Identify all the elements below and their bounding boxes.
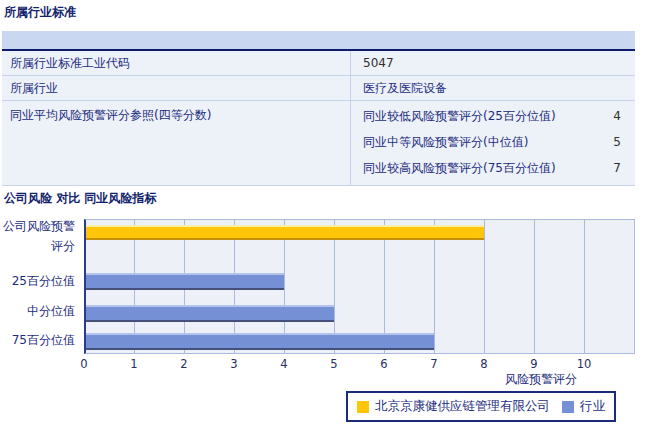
- row-label-sic-code: 所属行业标准工业代码: [2, 55, 350, 72]
- sub-row-value: 7: [613, 161, 621, 175]
- x-axis-ticks: 012345678910: [0, 357, 648, 371]
- p75-bar: [86, 333, 434, 350]
- x-axis-tick: 8: [472, 357, 496, 371]
- gridline: [484, 220, 485, 353]
- x-axis-tick: 10: [572, 357, 596, 371]
- table-row: 所属行业标准工业代码 5047: [2, 51, 635, 76]
- x-axis-tick: 4: [272, 357, 296, 371]
- row-value-industry: 医疗及医院设备: [363, 80, 447, 97]
- x-axis-tick: 0: [72, 357, 96, 371]
- company-score-bar: [86, 225, 484, 240]
- sub-row-value: 5: [613, 135, 621, 149]
- y-axis-label-p75: 75百分位值: [0, 333, 78, 347]
- x-axis-tick: 9: [522, 357, 546, 371]
- p25-bar: [86, 273, 284, 290]
- table-header-band: [2, 31, 635, 51]
- gridline: [534, 220, 535, 353]
- sub-row-value: 4: [613, 109, 621, 123]
- x-axis-title: 风险预警评分: [505, 371, 577, 388]
- row-label-peer-quartiles: 同业平均风险预警评分参照(四等分数): [2, 101, 350, 124]
- sub-row-high-risk: 同业较高风险预警评分(75百分位值) 7: [363, 155, 635, 181]
- sub-row-medium-risk: 同业中等风险预警评分(中位值) 5: [363, 129, 635, 155]
- sub-row-label: 同业较高风险预警评分(75百分位值): [363, 160, 556, 177]
- chart-legend: 北京京康健供应链管理有限公司 行业: [346, 391, 616, 422]
- gridline: [584, 220, 585, 353]
- table-row: 所属行业 医疗及医院设备: [2, 76, 635, 101]
- legend-label-company: 北京京康健供应链管理有限公司: [375, 398, 550, 415]
- industry-standard-table: 所属行业标准工业代码 5047 所属行业 医疗及医院设备 同业平均风险预警评分参…: [2, 31, 635, 186]
- industry-risk-report: 所属行业标准 所属行业标准工业代码 5047 所属行业 医疗及医院设备 同业平均…: [0, 0, 648, 429]
- section-title-risk-comparison: 公司风险 对比 同业风险指标: [4, 190, 156, 207]
- x-axis-tick: 3: [222, 357, 246, 371]
- y-axis-label-median: 中分位值: [0, 304, 78, 318]
- x-axis-tick: 2: [172, 357, 196, 371]
- row-label-industry: 所属行业: [2, 80, 350, 97]
- legend-label-industry: 行业: [580, 398, 605, 415]
- median-bar: [86, 305, 334, 322]
- y-axis-label-p25: 25百分位值: [0, 274, 78, 288]
- sub-row-low-risk: 同业较低风险预警评分(25百分位值) 4: [363, 103, 635, 129]
- sub-row-label: 同业较低风险预警评分(25百分位值): [363, 108, 556, 125]
- plot-area: [84, 219, 635, 354]
- x-axis-tick: 1: [122, 357, 146, 371]
- table-row: 同业平均风险预警评分参照(四等分数) 同业较低风险预警评分(25百分位值) 4 …: [2, 101, 635, 186]
- row-value-sic-code: 5047: [363, 56, 394, 70]
- company-legend-swatch: [357, 401, 369, 413]
- section-title-industry-standard: 所属行业标准: [4, 4, 76, 21]
- sub-row-label: 同业中等风险预警评分(中位值): [363, 134, 528, 151]
- x-axis-tick: 5: [322, 357, 346, 371]
- y-axis-label-company-score: 公司风险预警评分: [0, 216, 78, 256]
- x-axis-tick: 7: [422, 357, 446, 371]
- industry-legend-swatch: [562, 401, 574, 413]
- x-axis-tick: 6: [372, 357, 396, 371]
